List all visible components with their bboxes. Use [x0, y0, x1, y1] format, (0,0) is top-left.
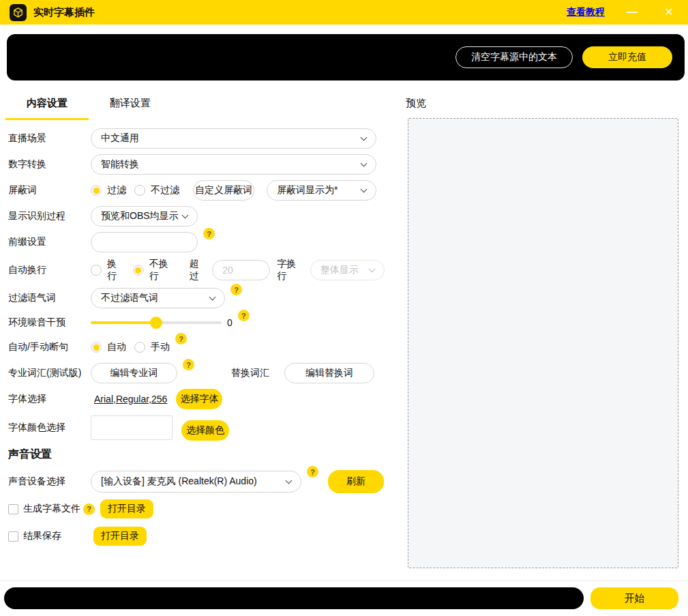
- row-font: 字体选择 Arial,Regular,256 选择字体: [8, 389, 385, 409]
- row-subtitle-file: 生成字幕文件 ? 打开目录: [8, 499, 385, 519]
- sound-device-select[interactable]: [输入设备] 麦克风 (Realtek(R) Audio): [91, 471, 301, 493]
- row-result-save: 结果保存 打开目录: [8, 526, 385, 546]
- recognition-display-label: 显示识别过程: [8, 210, 91, 222]
- row-noise: 环境噪音干预 0 ?: [8, 314, 385, 332]
- blocked-word-display-value: 屏蔽词显示为*: [277, 184, 338, 196]
- sentence-break-help-icon[interactable]: ?: [175, 333, 187, 344]
- no-filter-radio-label[interactable]: 不过滤: [151, 184, 179, 196]
- filler-words-label: 过滤语气词: [8, 292, 91, 304]
- live-scene-label: 直播场景: [8, 132, 91, 145]
- title-bar: 实时字幕插件 查看教程 — ✕: [0, 0, 688, 25]
- close-button[interactable]: ✕: [659, 7, 678, 18]
- chevron-down-icon: [369, 265, 376, 272]
- prefix-input[interactable]: [91, 232, 198, 252]
- open-result-dir-button[interactable]: 打开目录: [93, 527, 147, 546]
- font-select-label: 字体选择: [8, 393, 91, 405]
- row-sound-device: 声音设备选择 [输入设备] 麦克风 (Realtek(R) Audio) ? 刷…: [8, 470, 385, 493]
- auto-break-radio-label[interactable]: 自动: [107, 341, 126, 353]
- sound-settings-heading: 声音设置: [8, 448, 385, 462]
- number-convert-label: 数字转换: [8, 158, 91, 171]
- chevron-down-icon: [361, 160, 368, 166]
- prefix-help-icon[interactable]: ?: [203, 228, 215, 239]
- tab-content-settings[interactable]: 内容设置: [5, 97, 89, 120]
- wrap-mode-select[interactable]: 整体显示: [310, 260, 385, 280]
- chevron-down-icon: [182, 211, 189, 218]
- settings-tabs: 内容设置 翻译设置: [5, 97, 172, 120]
- refresh-button[interactable]: 刷新: [328, 470, 384, 493]
- blocked-words-label: 屏蔽词: [8, 184, 91, 196]
- top-banner: 清空字幕源中的文本 立即充值: [7, 34, 685, 80]
- manual-break-radio-label[interactable]: 手动: [151, 341, 170, 353]
- open-subtitle-dir-button[interactable]: 打开目录: [100, 499, 153, 518]
- filter-radio-label[interactable]: 过滤: [107, 184, 126, 196]
- preview-title: 预览: [406, 97, 426, 110]
- tab-translation-settings[interactable]: 翻译设置: [89, 97, 172, 120]
- chevron-down-icon: [361, 186, 368, 192]
- app-title: 实时字幕插件: [33, 6, 95, 19]
- edit-replace-words-button[interactable]: 编辑替换词: [284, 363, 374, 383]
- row-filler-words: 过滤语气词 不过滤语气词 ?: [8, 288, 385, 308]
- row-sentence-break: 自动/手动断句 自动 手动 ?: [8, 337, 385, 357]
- titlebar-actions: 查看教程 — ✕: [567, 6, 678, 18]
- manual-break-radio[interactable]: [134, 342, 145, 353]
- current-font-link[interactable]: Arial,Regular,256: [94, 394, 167, 405]
- sound-device-help-icon[interactable]: ?: [307, 466, 318, 478]
- row-recognition-display: 显示识别过程 预览和OBS均显示: [8, 206, 385, 226]
- no-wrap-radio-label[interactable]: 不换行: [149, 258, 176, 282]
- wrap-radio-label[interactable]: 换行: [107, 258, 125, 282]
- subtitle-output-bar[interactable]: [4, 587, 584, 609]
- result-save-label[interactable]: 结果保存: [23, 530, 61, 542]
- start-button[interactable]: 开始: [590, 587, 678, 609]
- row-pro-words: 专业词汇(测试版) 编辑专业词 ? 替换词汇 编辑替换词: [8, 363, 385, 383]
- generate-subtitle-file-label[interactable]: 生成字幕文件: [23, 503, 80, 515]
- edit-pro-words-button[interactable]: 编辑专业词: [91, 363, 177, 383]
- noise-value: 0: [227, 317, 233, 328]
- sound-device-value: [输入设备] 麦克风 (Realtek(R) Audio): [101, 475, 257, 488]
- prefix-label: 前缀设置: [8, 236, 91, 248]
- no-filter-radio[interactable]: [134, 185, 145, 196]
- font-color-label: 字体颜色选择: [8, 422, 91, 434]
- choose-color-button[interactable]: 选择颜色: [181, 420, 229, 441]
- row-number-convert: 数字转换 智能转换: [8, 154, 385, 175]
- recharge-button[interactable]: 立即充值: [582, 46, 672, 68]
- row-font-color: 字体颜色选择 选择颜色: [8, 415, 385, 441]
- noise-help-icon[interactable]: ?: [238, 310, 250, 321]
- no-wrap-radio[interactable]: [133, 265, 144, 276]
- filter-radio[interactable]: [91, 185, 102, 196]
- number-convert-select[interactable]: 智能转换: [91, 154, 376, 175]
- clear-subtitle-source-button[interactable]: 清空字幕源中的文本: [455, 46, 573, 68]
- row-auto-wrap: 自动换行 换行 不换行 超过 字换行 整体显示: [8, 258, 385, 282]
- recognition-display-value: 预览和OBS均显示: [101, 210, 179, 222]
- content-settings-panel: 直播场景 中文通用 数字转换 智能转换 屏蔽词 过滤 不过滤 自定义屏蔽词 屏蔽…: [8, 128, 385, 552]
- row-live-scene: 直播场景 中文通用: [8, 128, 385, 149]
- view-tutorial-link[interactable]: 查看教程: [567, 6, 605, 18]
- wrap-radio[interactable]: [91, 265, 102, 276]
- live-scene-select[interactable]: 中文通用: [91, 128, 376, 149]
- number-convert-value: 智能转换: [101, 158, 139, 171]
- noise-slider-fill: [91, 321, 156, 324]
- cube-icon: [12, 7, 24, 18]
- font-color-input[interactable]: [91, 415, 173, 440]
- choose-font-button[interactable]: 选择字体: [176, 389, 222, 409]
- subtitle-file-help-icon[interactable]: ?: [83, 503, 95, 515]
- app-logo: [10, 4, 27, 21]
- recognition-display-select[interactable]: 预览和OBS均显示: [91, 206, 198, 226]
- result-save-checkbox[interactable]: [8, 531, 18, 542]
- custom-blocked-words-button[interactable]: 自定义屏蔽词: [193, 180, 254, 201]
- filler-words-select[interactable]: 不过滤语气词: [91, 288, 225, 308]
- wrap-suffix-label: 字换行: [277, 258, 303, 282]
- auto-wrap-label: 自动换行: [8, 264, 91, 276]
- noise-slider-thumb[interactable]: [150, 317, 162, 329]
- noise-slider[interactable]: [91, 317, 222, 329]
- pro-words-help-icon[interactable]: ?: [183, 359, 194, 370]
- generate-subtitle-file-checkbox[interactable]: [8, 504, 18, 514]
- blocked-word-display-select[interactable]: 屏蔽词显示为*: [267, 180, 376, 201]
- row-prefix: 前缀设置 ?: [8, 232, 385, 252]
- wrap-char-count-input[interactable]: [212, 260, 270, 280]
- filler-words-help-icon[interactable]: ?: [230, 284, 242, 295]
- chevron-down-icon: [209, 293, 216, 300]
- chevron-down-icon: [286, 477, 293, 484]
- filler-words-value: 不过滤语气词: [101, 292, 158, 304]
- minimize-button[interactable]: —: [623, 7, 642, 18]
- auto-break-radio[interactable]: [91, 342, 102, 353]
